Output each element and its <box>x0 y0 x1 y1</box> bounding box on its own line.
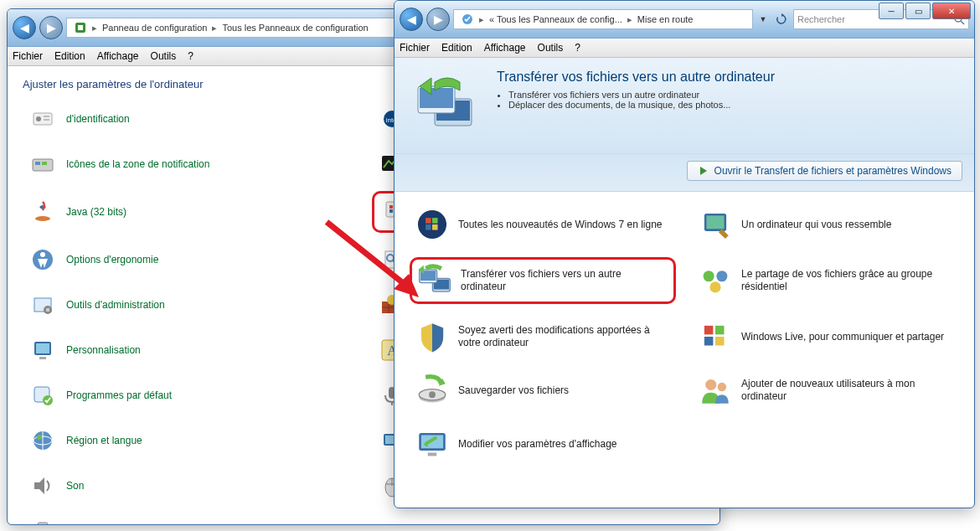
cp-item-region[interactable]: Région et langue <box>23 422 355 459</box>
hero-text: Transférer vos fichiers vers un autre or… <box>497 70 775 145</box>
task-backup[interactable]: Sauvegarder vos fichiers <box>410 369 676 411</box>
cp-item-id-card[interactable]: d'identification <box>23 101 355 137</box>
region-icon <box>28 425 58 456</box>
hero-bullet-1: Transférer vos fichiers vers un autre or… <box>508 90 775 100</box>
svg-rect-68 <box>426 218 431 224</box>
cp-item-tray[interactable]: Icônes de la zone de notification <box>23 146 355 183</box>
svg-rect-70 <box>426 224 431 230</box>
personalize2-icon <box>698 207 733 242</box>
maximize-button[interactable]: ▭ <box>905 3 931 19</box>
svg-line-60 <box>961 21 964 24</box>
refresh-button[interactable] <box>773 10 790 28</box>
crumb-2[interactable]: Tous les Panneaux de configuration <box>219 23 371 33</box>
breadcrumb-icon <box>70 21 90 34</box>
win7-icon <box>415 207 450 242</box>
cp-item-label: Son <box>66 480 84 492</box>
task-win7[interactable]: Toutes les nouveautés de Windows 7 en li… <box>410 204 676 245</box>
cp-item-admin[interactable]: Outils d'administration <box>23 286 355 323</box>
svg-point-43 <box>37 435 42 440</box>
menu-edit[interactable]: Edition <box>54 50 85 62</box>
svg-point-19 <box>40 252 45 257</box>
live-icon <box>698 319 733 354</box>
close-button[interactable]: ✕ <box>932 3 971 19</box>
cp-item-java[interactable]: Java (32 bits) <box>23 191 355 233</box>
menu-file[interactable]: Fichier <box>13 50 43 62</box>
id-card-icon <box>28 104 58 134</box>
open-easy-transfer-button[interactable]: Ouvrir le Transfert de fichiers et param… <box>687 161 962 181</box>
back-button[interactable]: ◀ <box>13 16 36 39</box>
cp-item-ease[interactable]: Options d'ergonomie <box>23 241 355 278</box>
cp-item-label: d'identification <box>66 113 130 126</box>
cp-item-label: Région et langue <box>66 435 142 447</box>
task-label: Soyez averti des modifications apportées… <box>458 324 671 349</box>
svg-rect-64 <box>420 88 453 108</box>
menu-tools[interactable]: Outils <box>538 42 564 54</box>
task-homegroup[interactable]: Le partage de vos fichiers grâce au grou… <box>693 257 959 304</box>
back-button[interactable]: ◀ <box>400 8 423 31</box>
forward-button[interactable]: ▶ <box>426 8 450 31</box>
phone-icon <box>28 516 58 524</box>
svg-point-79 <box>704 271 714 281</box>
svg-rect-9 <box>35 162 40 165</box>
svg-rect-32 <box>36 343 49 353</box>
cp-item-label: Outils d'administration <box>66 299 165 312</box>
menu-file[interactable]: Fichier <box>400 42 430 54</box>
svg-point-81 <box>709 281 720 292</box>
personalize-icon <box>28 335 58 365</box>
transfer-icon <box>417 263 452 298</box>
hero-bullet-2: Déplacer des documents, de la musique, d… <box>508 100 775 110</box>
breadcrumb-dropdown[interactable]: ▼ <box>756 10 770 28</box>
svg-rect-25 <box>46 308 49 312</box>
minimize-button[interactable]: ─ <box>879 3 904 19</box>
hero-title: Transférer vos fichiers vers un autre or… <box>497 70 775 85</box>
crumb-1[interactable]: « Tous les Panneaux de config... <box>486 14 626 24</box>
transfer-hero-icon <box>410 70 485 145</box>
svg-rect-82 <box>704 326 714 335</box>
hero-action-bar: Ouvrir le Transfert de fichiers et param… <box>395 154 974 192</box>
forward-button[interactable]: ▶ <box>39 16 63 39</box>
java-icon <box>28 197 58 227</box>
svg-rect-69 <box>432 218 438 224</box>
crumb-2[interactable]: Mise en route <box>634 14 697 24</box>
cp-item-sound[interactable]: Son <box>23 467 355 504</box>
menu-view[interactable]: Affichage <box>97 50 139 62</box>
task-display[interactable]: Modifier vos paramètres d'affichage <box>410 423 676 465</box>
task-uac[interactable]: Soyez averti des modifications apportées… <box>410 316 676 358</box>
menu-tools[interactable]: Outils <box>151 50 177 62</box>
menu-help[interactable]: ? <box>188 50 193 62</box>
arrow-right-icon <box>698 165 709 177</box>
backup-icon <box>415 373 450 408</box>
cp-item-label: Options d'ergonomie <box>66 254 158 266</box>
users-icon <box>698 373 733 408</box>
task-users[interactable]: Ajouter de nouveaux utilisateurs à mon o… <box>693 369 959 411</box>
svg-point-91 <box>718 383 727 392</box>
menubar: Fichier Edition Affichage Outils ? <box>395 39 974 58</box>
svg-rect-33 <box>39 357 46 359</box>
task-label: Le partage de vos fichiers grâce au grou… <box>741 268 954 293</box>
tray-icon <box>28 149 58 179</box>
svg-rect-71 <box>432 224 438 230</box>
task-live[interactable]: Windows Live, pour communiquer et partag… <box>693 316 959 358</box>
menu-help[interactable]: ? <box>575 42 580 54</box>
svg-rect-94 <box>428 453 437 456</box>
homegroup-icon <box>698 263 733 298</box>
cp-item-personalize[interactable]: Personnalisation <box>23 332 355 369</box>
svg-rect-16 <box>389 209 393 213</box>
task-personalize2[interactable]: Un ordinateur qui vous ressemble <box>693 204 959 245</box>
svg-marker-66 <box>700 167 707 175</box>
svg-point-90 <box>705 379 716 390</box>
svg-point-88 <box>429 391 436 398</box>
cp-item-defaults[interactable]: Programmes par défaut <box>23 377 355 414</box>
crumb-1[interactable]: Panneau de configuration <box>99 23 210 33</box>
menu-view[interactable]: Affichage <box>484 42 526 54</box>
svg-rect-14 <box>389 205 393 209</box>
task-transfer[interactable]: Transférer vos fichiers vers un autre or… <box>410 257 676 304</box>
breadcrumb[interactable]: ▸ « Tous les Panneaux de config... ▸ Mis… <box>453 9 753 29</box>
cp-item-cardspace[interactable]: Windows CardSpace <box>372 513 704 524</box>
menu-edit[interactable]: Edition <box>441 42 472 54</box>
svg-point-80 <box>716 271 727 281</box>
svg-rect-85 <box>715 337 725 346</box>
svg-point-3 <box>36 116 41 121</box>
ease-icon <box>28 245 58 275</box>
cp-item-phone[interactable]: Téléphone et modem <box>23 513 355 524</box>
